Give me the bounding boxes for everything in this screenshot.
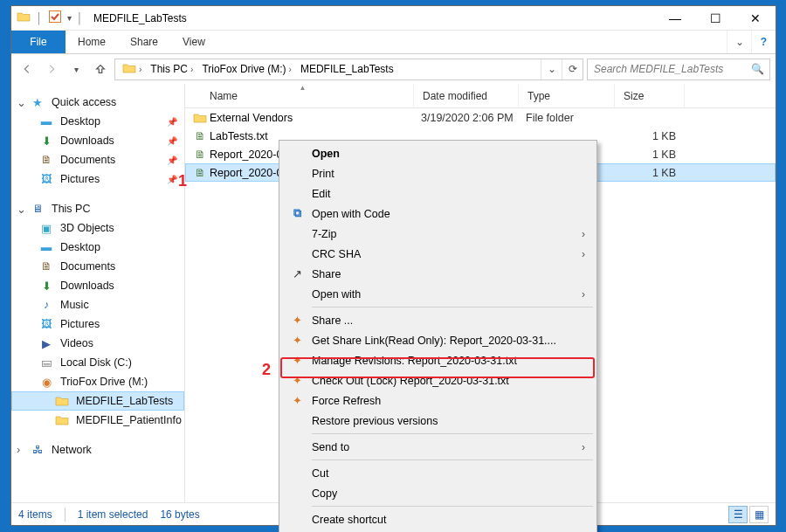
ctx-tf-revisions[interactable]: ✦Manage Revisions: Report_2020-03-31.txt: [282, 350, 594, 370]
address-bar[interactable]: › This PC› TrioFox Drive (M:)› MEDFILE_L…: [114, 59, 583, 80]
pc-3d[interactable]: ▣3D Objects: [11, 218, 184, 238]
ctx-print[interactable]: Print: [282, 163, 594, 183]
quick-access-toolbar: │ ▾ │: [11, 10, 88, 26]
txt-icon: 🗎: [192, 130, 208, 142]
pc-music[interactable]: ♪Music: [11, 295, 184, 314]
file-row-folder[interactable]: External Vendors 3/19/2020 2:06 PM File …: [185, 108, 776, 127]
pc-pictures[interactable]: 🖼Pictures: [11, 314, 184, 334]
navigation-pane: ⌄ ★ Quick access ▬Desktop📌 ⬇Downloads📌 🗎…: [11, 84, 185, 502]
ribbon-tabs: File Home Share View ⌄ ?: [11, 31, 776, 54]
pin-icon: 📌: [167, 117, 177, 127]
chevron-down-icon[interactable]: ⌄: [17, 96, 26, 109]
ctx-cut[interactable]: Cut: [282, 463, 594, 483]
nav-medfile-labtests[interactable]: MEDFILE_LabTests: [11, 391, 184, 411]
file-tab-button[interactable]: File: [11, 31, 66, 53]
address-dropdown-icon[interactable]: ⌄: [541, 59, 562, 79]
nav-row: ▾ › This PC› TrioFox Drive (M:)› MEDFILE…: [11, 54, 776, 84]
ctx-copy[interactable]: Copy: [282, 483, 594, 503]
ctx-open[interactable]: Open: [282, 143, 594, 163]
qa-pictures[interactable]: 🖼Pictures📌: [11, 169, 184, 189]
quick-access-header[interactable]: ⌄ ★ Quick access: [11, 93, 184, 112]
tab-home[interactable]: Home: [66, 31, 118, 53]
pin-icon: 📌: [167, 155, 177, 165]
svg-rect-0: [49, 11, 60, 23]
ctx-open-with[interactable]: Open with›: [282, 284, 594, 304]
triofox-icon: ✦: [289, 353, 305, 369]
window-title: MEDFILE_LabTests: [93, 12, 187, 24]
pin-icon: 📌: [167, 136, 177, 146]
network-icon: 🖧: [31, 443, 45, 457]
maximize-button[interactable]: ☐: [695, 6, 735, 31]
search-icon[interactable]: 🔍: [748, 63, 766, 75]
checkbox-icon[interactable]: [48, 10, 62, 26]
status-selected: 1 item selected: [78, 508, 148, 521]
folder-icon: [122, 61, 136, 78]
col-type[interactable]: Type: [519, 84, 615, 107]
tab-view[interactable]: View: [170, 31, 217, 53]
annotation-two: 2: [262, 361, 271, 379]
back-button[interactable]: [17, 59, 38, 79]
search-placeholder: Search MEDFILE_LabTests: [591, 63, 748, 75]
status-bytes: 16 bytes: [160, 508, 199, 521]
annotation-one: 1: [178, 172, 187, 190]
chevron-down-icon[interactable]: ⌄: [17, 203, 26, 216]
pc-desktop[interactable]: ▬Desktop: [11, 238, 184, 257]
col-date[interactable]: Date modified: [414, 84, 519, 107]
chevron-right-icon: ›: [582, 248, 585, 260]
chevron-right-icon[interactable]: ›: [17, 444, 20, 456]
view-icons-button[interactable]: ▦: [749, 506, 769, 523]
this-pc-header[interactable]: ⌄ 🖥 This PC: [11, 199, 184, 218]
refresh-icon[interactable]: ⟳: [562, 59, 583, 79]
close-button[interactable]: ✕: [735, 6, 776, 31]
ctx-restore[interactable]: Restore previous versions: [282, 411, 594, 431]
qa-desktop[interactable]: ▬Desktop📌: [11, 112, 184, 131]
ctx-create-shortcut[interactable]: Create shortcut: [282, 509, 594, 529]
pc-videos[interactable]: ▶Videos: [11, 334, 184, 353]
pc-documents[interactable]: 🗎Documents: [11, 257, 184, 276]
pc-local-disk[interactable]: 🖴Local Disk (C:): [11, 353, 184, 372]
pc-triofox-drive[interactable]: ◉TrioFox Drive (M:): [11, 372, 184, 391]
ctx-tf-checkout[interactable]: ✦Check Out (Lock) Report_2020-03-31.txt: [282, 370, 594, 390]
ctx-share[interactable]: ↗Share: [282, 264, 594, 284]
ribbon-expand-icon[interactable]: ⌄: [727, 31, 751, 53]
qa-downloads[interactable]: ⬇Downloads📌: [11, 131, 184, 150]
triofox-icon: ✦: [289, 373, 305, 389]
ctx-send-to[interactable]: Send to›: [282, 437, 594, 457]
forward-button[interactable]: [41, 59, 62, 79]
crumb-folder[interactable]: MEDFILE_LabTests: [297, 63, 397, 75]
status-count: 4 items: [18, 508, 52, 521]
help-icon[interactable]: ?: [751, 31, 776, 53]
recent-dropdown-icon[interactable]: ▾: [66, 59, 86, 79]
crumb-this-pc[interactable]: This PC›: [147, 63, 196, 75]
search-box[interactable]: Search MEDFILE_LabTests 🔍: [587, 59, 770, 80]
sep-icon: │: [77, 12, 84, 24]
pin-icon: 📌: [167, 175, 177, 184]
col-name[interactable]: Name ▲: [185, 84, 414, 107]
ctx-tf-share[interactable]: ✦Share ...: [282, 310, 594, 330]
dropdown-icon[interactable]: ▾: [67, 13, 72, 23]
chevron-right-icon: ›: [582, 441, 585, 453]
col-size[interactable]: Size: [615, 84, 685, 107]
nav-medfile-patientinfo[interactable]: MEDFILE_PatientInfo: [11, 411, 184, 430]
sort-asc-icon: ▲: [300, 84, 307, 92]
ctx-tf-link[interactable]: ✦Get Share Link(Read Only): Report_2020-…: [282, 330, 594, 350]
ctx-7zip[interactable]: 7-Zip›: [282, 224, 594, 244]
ctx-crcsha[interactable]: CRC SHA›: [282, 244, 594, 264]
network-header[interactable]: › 🖧 Network: [11, 440, 184, 459]
qa-documents[interactable]: 🗎Documents📌: [11, 150, 184, 169]
share-icon: ↗: [289, 266, 305, 282]
view-details-button[interactable]: ☰: [728, 506, 748, 523]
titlebar: │ ▾ │ MEDFILE_LabTests — ☐ ✕: [11, 6, 776, 31]
ctx-open-code[interactable]: ⧉Open with Code: [282, 204, 594, 224]
triofox-icon: ✦: [289, 313, 305, 328]
ctx-edit[interactable]: Edit: [282, 183, 594, 204]
tab-share[interactable]: Share: [118, 31, 170, 53]
pc-downloads[interactable]: ⬇Downloads: [11, 276, 184, 295]
crumb-drive[interactable]: TrioFox Drive (M:)›: [198, 63, 295, 75]
context-menu: Open Print Edit ⧉Open with Code 7-Zip› C…: [279, 140, 597, 532]
ctx-tf-refresh[interactable]: ✦Force Refresh: [282, 390, 594, 411]
star-icon: ★: [31, 95, 45, 109]
column-headers: Name ▲ Date modified Type Size: [185, 84, 776, 108]
minimize-button[interactable]: —: [655, 6, 695, 31]
up-button[interactable]: [90, 59, 111, 79]
